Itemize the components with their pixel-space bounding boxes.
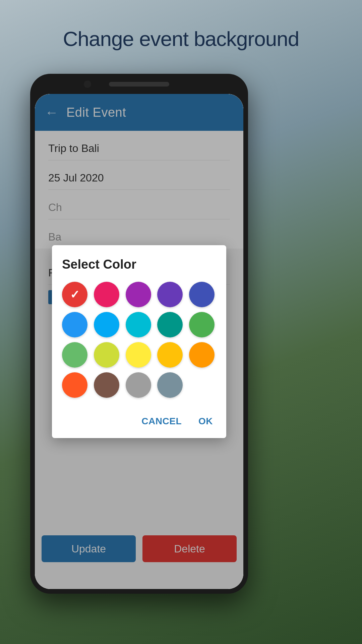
color-pink[interactable] [94,282,119,307]
color-yellow[interactable] [126,342,151,368]
color-cyan[interactable] [126,312,151,337]
color-grey[interactable] [126,372,151,398]
color-blue[interactable] [62,312,87,337]
color-indigo[interactable] [189,282,215,307]
color-teal[interactable] [157,312,183,337]
dialog-title: Select Color [62,257,216,272]
color-green[interactable] [189,312,215,337]
color-lime-green[interactable] [62,342,87,368]
color-purple[interactable] [126,282,151,307]
color-deep-orange[interactable] [62,372,87,398]
phone-camera [84,80,91,88]
dialog-buttons: CANCEL OK [62,408,216,431]
cancel-button[interactable]: CANCEL [138,411,185,431]
color-deep-purple[interactable] [157,282,183,307]
color-light-blue[interactable] [94,312,119,337]
color-brown[interactable] [94,372,119,398]
color-red[interactable] [62,282,87,307]
color-grid [62,282,216,398]
phone-inner: ← Edit Event Trip to Bali 25 Jul 2020 Ch… [35,94,243,589]
phone-speaker [109,82,169,87]
phone-frame: ← Edit Event Trip to Bali 25 Jul 2020 Ch… [30,74,248,594]
dialog-overlay: Select Color CANCEL OK [35,94,243,589]
select-color-dialog: Select Color CANCEL OK [52,245,226,438]
color-lime[interactable] [94,342,119,368]
page-title: Change event background [0,27,362,51]
color-orange[interactable] [189,342,215,368]
app-content: ← Edit Event Trip to Bali 25 Jul 2020 Ch… [35,94,243,589]
color-blue-grey[interactable] [157,372,183,398]
ok-button[interactable]: OK [195,411,216,431]
color-amber[interactable] [157,342,183,368]
